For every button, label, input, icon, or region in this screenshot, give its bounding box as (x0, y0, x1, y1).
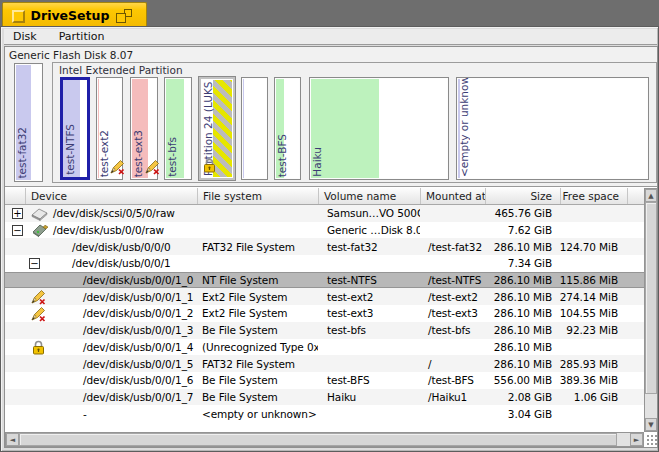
collapse-icon[interactable]: − (29, 258, 40, 269)
window-title: DriveSetup (29, 8, 111, 23)
cell-free: 92.23 MiB (560, 322, 644, 339)
scroll-down-button[interactable]: ▼ (645, 418, 657, 431)
extended-partition-label: Intel Extended Partition (59, 64, 183, 76)
table-row[interactable]: /dev/disk/usb/0/0/1_2Ext2 File Systemtes… (5, 305, 644, 322)
table-row[interactable]: -<empty or unknown>3.04 GiB (5, 405, 644, 422)
cell-mount (420, 222, 485, 239)
menu-bar: DiskPartition (4, 29, 657, 45)
cell-size: 7.34 GiB (485, 255, 560, 272)
cell-mount (420, 339, 485, 356)
horizontal-scrollbar[interactable]: ◄ ► (5, 432, 644, 447)
cell-volume: Samsun…VO 500G (318, 205, 420, 222)
scroll-left-button[interactable]: ◄ (6, 433, 19, 446)
cell-volume: Generic …Disk 8.07 (318, 222, 420, 239)
window-tab[interactable]: DriveSetup (2, 2, 147, 27)
partition-box-unnamed[interactable] (241, 77, 268, 180)
menu-partition[interactable]: Partition (48, 29, 116, 44)
cell-size: 286.10 MiB (485, 238, 560, 255)
table-row[interactable]: −/dev/disk/usb/0/0/17.34 GiB (5, 255, 644, 272)
partition-bar: Intel Extended Partition test-NTFStest-e… (5, 62, 657, 186)
vertical-scrollbar[interactable]: ▲ ▼ (644, 188, 658, 432)
zoom-button[interactable] (116, 9, 132, 23)
cell-device: - (5, 405, 197, 422)
table-row[interactable]: +/dev/disk/scsi/0/5/0/rawSamsun…VO 500G4… (5, 205, 644, 222)
cell-fs: FAT32 File System (197, 355, 318, 372)
cell-free: 124.70 MiB (560, 238, 644, 255)
column-header-file-system[interactable]: File system (197, 188, 318, 204)
collapse-icon[interactable]: − (12, 225, 23, 236)
table-row[interactable]: /dev/disk/usb/0/0/1_1Ext2 File Systemtes… (5, 288, 644, 305)
scroll-up-button[interactable]: ▲ (645, 189, 657, 202)
cell-mount: /test-bfs (420, 322, 485, 339)
table-row[interactable]: −/dev/disk/usb/0/0/rawGeneric …Disk 8.07… (5, 222, 644, 239)
cell-size: 286.10 MiB (485, 288, 560, 305)
cell-size: 286.10 MiB (485, 305, 560, 322)
cell-mount: /test-NTFS (420, 272, 485, 289)
table-row[interactable]: /dev/disk/usb/0/0/1_4(Unrecognized Type … (5, 339, 644, 356)
disk-view-panel: Generic Flash Disk 8.07 Intel Extended P… (5, 47, 657, 187)
menu-disk[interactable]: Disk (4, 29, 48, 44)
cell-fs: Be File System (197, 372, 318, 389)
cell-size: 3.04 GiB (485, 405, 560, 422)
resize-grip[interactable] (645, 433, 658, 446)
close-button[interactable] (12, 10, 25, 23)
cell-fs: Be File System (197, 389, 318, 406)
partition-box-test-ext2[interactable]: test-ext2 (96, 77, 123, 180)
cell-size: 286.10 MiB (485, 339, 560, 356)
partition-label: test-BFS (276, 134, 288, 177)
column-header-free-space[interactable]: Free space (560, 188, 627, 204)
cell-volume (318, 355, 420, 372)
partition-box-test-fat32[interactable]: test-fat32 (14, 63, 43, 182)
cell-fs (197, 205, 318, 222)
cell-fs: (Unrecognized Type 0xe8) (197, 339, 318, 356)
partition-box-test-bfs[interactable]: test-bfs (164, 77, 192, 180)
partition-box-test-bfs[interactable]: test-BFS (274, 77, 301, 180)
column-header-volume-name[interactable]: Volume name (318, 188, 420, 204)
partition-box--empty-or-unknown-[interactable]: <empty or unknown> (456, 77, 649, 180)
usb-icon (30, 223, 49, 242)
cell-mount: /test-ext2 (420, 288, 485, 305)
cell-volume: test-bfs (318, 322, 420, 339)
partition-label: test-bfs (166, 137, 178, 177)
scroll-right-button[interactable]: ► (630, 433, 643, 446)
column-header-device[interactable]: Device (25, 188, 197, 204)
partition-box-partition-24-luks-enc-[interactable]: Partition 24 (LUKS enc… (199, 77, 235, 180)
pencil-icon (109, 159, 125, 179)
cell-free: 115.86 MiB (560, 272, 644, 289)
expand-icon[interactable]: + (12, 208, 23, 219)
cell-mount: /test-ext3 (420, 305, 485, 322)
cell-fs: <empty or unknown> (197, 405, 318, 422)
used-space-fill (243, 79, 244, 178)
cell-fs: Be File System (197, 322, 318, 339)
cell-size: 7.62 GiB (485, 222, 560, 239)
cell-device: /dev/disk/usb/0/0/1_6 (5, 372, 197, 389)
table-row[interactable]: /dev/disk/usb/0/0/1_3Be File Systemtest-… (5, 322, 644, 339)
table-row[interactable]: /dev/disk/usb/0/0/1_7Be File SystemHaiku… (5, 389, 644, 406)
column-header-spacer[interactable] (627, 188, 644, 204)
cell-mount (420, 255, 485, 272)
extended-partition-container[interactable]: Intel Extended Partition test-NTFStest-e… (52, 62, 657, 183)
column-header-spacer[interactable] (5, 188, 25, 204)
cell-free (560, 205, 644, 222)
cell-fs (197, 222, 318, 239)
table-row[interactable]: /dev/disk/usb/0/0/1_0NT File Systemtest-… (5, 272, 644, 289)
pencil-icon (144, 159, 160, 179)
vertical-scroll-thumb[interactable] (645, 202, 657, 394)
column-header-size[interactable]: Size (485, 188, 560, 204)
cell-volume (318, 339, 420, 356)
column-header-mounted-at[interactable]: Mounted at (420, 188, 485, 204)
cell-volume: test-BFS (318, 372, 420, 389)
cell-mount: /test-fat32 (420, 238, 485, 255)
table-row[interactable]: /dev/disk/usb/0/0/0FAT32 File Systemtest… (5, 238, 644, 255)
partition-box-haiku[interactable]: Haiku (309, 77, 449, 180)
cell-free (560, 339, 644, 356)
cell-free: 1.06 GiB (560, 389, 644, 406)
cell-free: 285.93 MiB (560, 355, 644, 372)
table-row[interactable]: /dev/disk/usb/0/0/1_5FAT32 File System/2… (5, 355, 644, 372)
zoom-icon (116, 13, 126, 23)
table-row[interactable]: /dev/disk/usb/0/0/1_6Be File Systemtest-… (5, 372, 644, 389)
horizontal-scroll-thumb[interactable] (19, 433, 617, 446)
partition-box-test-ext3[interactable]: test-ext3 (130, 77, 158, 180)
cell-free (560, 222, 644, 239)
partition-box-test-ntfs[interactable]: test-NTFS (60, 77, 90, 180)
